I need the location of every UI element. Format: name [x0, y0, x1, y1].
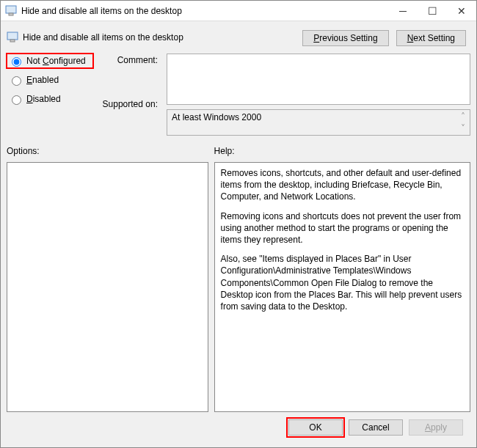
maximize-button[interactable]: ☐ — [418, 1, 447, 21]
radio-disabled-input[interactable] — [12, 95, 21, 105]
close-button[interactable]: ✕ — [447, 1, 476, 21]
field-values: At least Windows 2000 ˄˅ — [167, 54, 470, 136]
options-label: Options: — [7, 146, 208, 156]
help-label: Help: — [214, 146, 470, 156]
radio-not-configured-label: Not Configured — [26, 56, 86, 66]
radio-enabled-input[interactable] — [12, 76, 21, 86]
gpedit-icon — [7, 32, 18, 43]
comment-label: Comment: — [101, 55, 159, 65]
svg-rect-1 — [9, 13, 13, 15]
options-column: Options: — [7, 146, 208, 412]
comment-textarea[interactable] — [167, 54, 470, 105]
scroll-arrows-icon: ˄˅ — [461, 112, 465, 133]
window-title: Hide and disable all items on the deskto… — [21, 6, 388, 16]
svg-rect-3 — [10, 40, 15, 42]
minimize-button[interactable]: ─ — [388, 1, 418, 21]
radio-disabled-label: Disabled — [26, 94, 61, 104]
supported-on-text: At least Windows 2000 — [172, 112, 261, 122]
dialog-body: Hide and disable all items on the deskto… — [1, 21, 476, 447]
cancel-button[interactable]: Cancel — [349, 419, 403, 436]
supported-label: Supported on: — [101, 99, 159, 109]
radio-enabled[interactable]: Enabled — [8, 74, 92, 86]
subheader: Hide and disable all items on the deskto… — [7, 32, 288, 43]
options-panel[interactable] — [7, 162, 208, 412]
help-panel[interactable]: Removes icons, shortcuts, and other defa… — [214, 162, 470, 412]
gpedit-icon — [5, 5, 17, 17]
radio-enabled-label: Enabled — [26, 75, 59, 85]
svg-rect-2 — [7, 32, 18, 40]
policy-dialog: Hide and disable all items on the deskto… — [0, 0, 477, 448]
subheader-title: Hide and disable all items on the deskto… — [23, 32, 288, 43]
nav-buttons: Previous Setting Next Setting — [302, 30, 470, 46]
apply-button: Apply — [409, 419, 463, 436]
next-setting-button[interactable]: Next Setting — [396, 30, 466, 46]
help-paragraph: Also, see "Items displayed in Places Bar… — [221, 253, 464, 312]
radio-disabled[interactable]: Disabled — [8, 93, 92, 105]
supported-on-box: At least Windows 2000 ˄˅ — [167, 109, 470, 136]
details-row: Options: Help: Removes icons, shortcuts,… — [7, 146, 470, 412]
previous-setting-button[interactable]: Previous Setting — [302, 30, 388, 46]
help-column: Help: Removes icons, shortcuts, and othe… — [214, 146, 470, 412]
dialog-footer: OK Cancel Apply — [7, 412, 470, 443]
radio-not-configured[interactable]: Not Configured — [8, 55, 92, 67]
config-row: Not Configured Enabled Disabled Comment:… — [7, 54, 470, 136]
svg-rect-0 — [6, 6, 16, 13]
help-paragraph: Removes icons, shortcuts, and other defa… — [221, 167, 464, 203]
ok-button[interactable]: OK — [288, 419, 343, 436]
field-labels: Comment: Supported on: — [101, 54, 159, 109]
state-radio-group: Not Configured Enabled Disabled — [7, 54, 93, 106]
help-paragraph: Removing icons and shortcuts does not pr… — [221, 210, 464, 246]
titlebar: Hide and disable all items on the deskto… — [1, 1, 476, 21]
radio-not-configured-input[interactable] — [12, 57, 21, 67]
